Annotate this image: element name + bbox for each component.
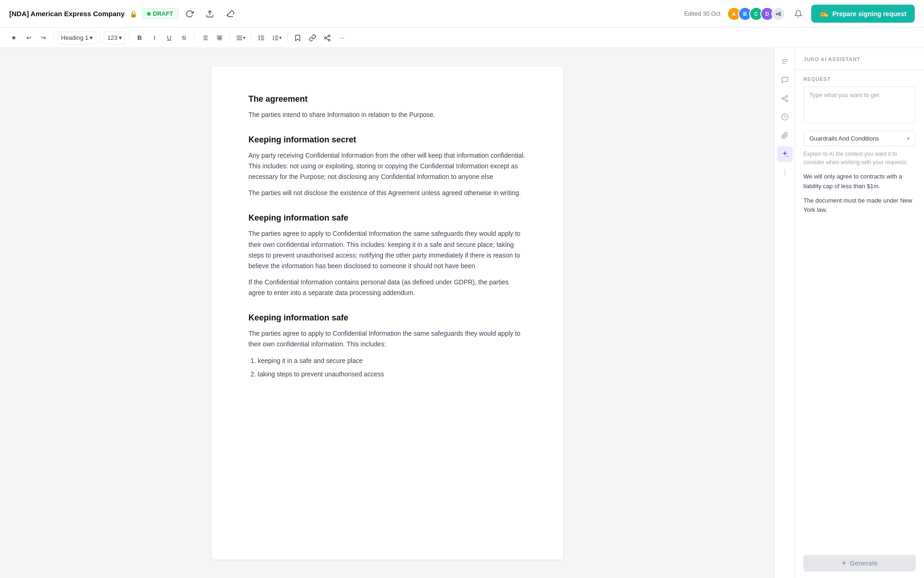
ai-panel-title: JURO AI ASSISTANT	[803, 56, 860, 62]
section-keeping-secret: Keeping information secret Any party rec…	[249, 135, 526, 198]
notifications-icon[interactable]	[792, 7, 805, 20]
fontsize-arrow: ▾	[119, 34, 122, 41]
section-keeping-safe-2: Keeping information safe The parties agr…	[249, 313, 526, 381]
generate-label: Generate	[850, 560, 878, 567]
section-keeping-safe-1: Keeping information safe The parties agr…	[249, 213, 526, 298]
svg-point-24	[324, 37, 326, 39]
numbered-list-button[interactable]: ▾	[270, 31, 283, 44]
heading-dropdown[interactable]: Heading 1 ▾	[58, 31, 96, 44]
svg-point-18	[259, 37, 259, 38]
fontsize-label: 123	[107, 34, 117, 41]
svg-line-35	[783, 97, 786, 98]
heading-dropdown-arrow: ▾	[90, 34, 93, 41]
section-paragraph: If the Confidential Information contains…	[249, 277, 526, 298]
svg-point-33	[786, 100, 788, 102]
toolbar-separator	[230, 33, 230, 43]
share-icon[interactable]	[777, 91, 793, 106]
ai-panel-header: JURO AI ASSISTANT	[795, 48, 924, 70]
generate-button[interactable]: ✦ Generate	[803, 555, 916, 572]
more-tools-icon[interactable]	[777, 165, 793, 180]
chevron-down-icon: ▾	[907, 135, 910, 142]
guardrails-dropdown[interactable]: Guardrails And Conditions ▾	[803, 131, 916, 146]
share-button[interactable]	[321, 31, 334, 44]
request-label: REQUEST	[803, 76, 916, 82]
section-the-agreement: The agreement The parties intend to shar…	[249, 94, 526, 120]
star-icon[interactable]: ★	[7, 31, 20, 44]
attachment-icon[interactable]	[777, 128, 793, 143]
guardrail-text-block: We will only agree to contracts with a l…	[803, 172, 916, 215]
prepare-icon: ✍	[820, 9, 829, 18]
bold-button[interactable]: B	[133, 31, 146, 44]
link-button[interactable]	[306, 31, 319, 44]
strikethrough-button[interactable]: S	[177, 31, 190, 44]
svg-point-17	[259, 36, 259, 36]
upload-icon[interactable]	[203, 7, 216, 20]
text-align-dropdown[interactable]: ▾	[234, 31, 247, 44]
section-paragraph: The parties agree to apply to Confidenti…	[249, 228, 526, 271]
svg-point-38	[784, 172, 785, 173]
draft-dot	[147, 12, 151, 16]
collaborator-avatars: A B C D +6	[727, 7, 785, 21]
section-list: keeping it in a safe and secure place ta…	[258, 355, 526, 380]
svg-point-39	[784, 174, 785, 175]
align-center-button[interactable]	[213, 31, 226, 44]
document-paper: The agreement The parties intend to shar…	[212, 67, 563, 560]
toolbar-separator	[287, 33, 288, 43]
avatar-overflow: +6	[771, 7, 785, 21]
more-options-button[interactable]: ···	[336, 31, 349, 44]
ai-assistant-icon[interactable]	[777, 146, 793, 162]
underline-button[interactable]: U	[163, 31, 176, 44]
context-hint: Explain to AI the context you want it to…	[803, 150, 916, 166]
svg-point-31	[786, 95, 788, 97]
eraser-icon[interactable]	[224, 7, 237, 20]
top-bar-right: Edited 30 Oct A B C D +6 ✍ Prepare signi…	[684, 5, 915, 23]
svg-point-23	[328, 35, 330, 37]
bookmark-button[interactable]	[291, 31, 304, 44]
section-heading: Keeping information safe	[249, 213, 526, 223]
redo-button[interactable]: ↪	[37, 31, 50, 44]
prepare-btn-label: Prepare signing request	[832, 10, 906, 18]
section-heading: Keeping information safe	[249, 313, 526, 323]
main-layout: The agreement The parties intend to shar…	[0, 48, 924, 578]
svg-line-27	[326, 36, 329, 37]
lock-icon: 🔒	[129, 10, 137, 18]
chat-icon[interactable]	[777, 72, 793, 88]
svg-point-19	[259, 39, 259, 40]
section-paragraph: The parties agree to apply to Confidenti…	[249, 328, 526, 350]
toolbar-separator	[129, 33, 129, 43]
edited-timestamp: Edited 30 Oct	[684, 10, 721, 17]
ai-panel-body: REQUEST Guardrails And Conditions ▾ Expl…	[795, 70, 924, 548]
bullet-list-button[interactable]	[255, 31, 268, 44]
formatting-toolbar: ★ ↩ ↪ Heading 1 ▾ 123 ▾ B I U S ▾ ▾ ···	[0, 28, 924, 48]
toolbar-separator	[251, 33, 251, 43]
list-item: keeping it in a safe and secure place	[258, 355, 526, 367]
svg-point-37	[784, 170, 785, 171]
svg-point-32	[782, 98, 784, 99]
fontsize-dropdown[interactable]: 123 ▾	[104, 31, 125, 44]
history-icon[interactable]	[777, 109, 793, 125]
toolbar-separator	[194, 33, 195, 43]
toolbar-separator	[54, 33, 54, 43]
undo-button[interactable]: ↩	[22, 31, 35, 44]
toolbar-separator	[100, 33, 100, 43]
list-item: taking steps to prevent unauthorised acc…	[258, 369, 526, 380]
prepare-signing-button[interactable]: ✍ Prepare signing request	[811, 5, 915, 23]
draft-label: DRAFT	[153, 10, 173, 17]
section-paragraph: The parties intend to share Information …	[249, 110, 526, 120]
generate-icon: ✦	[841, 560, 847, 567]
section-paragraph: Any party receiving Confidential Informa…	[249, 150, 526, 182]
top-bar-actions	[183, 7, 237, 20]
guardrails-dropdown-label: Guardrails And Conditions	[809, 135, 879, 142]
guardrail-text-1: We will only agree to contracts with a l…	[803, 172, 916, 191]
comments-icon[interactable]	[777, 54, 793, 69]
document-area[interactable]: The agreement The parties intend to shar…	[0, 48, 774, 578]
side-tools	[774, 48, 795, 578]
document-title: [NDA] American Express Company	[9, 10, 125, 18]
ai-request-input[interactable]	[803, 86, 916, 123]
list-indent-button[interactable]	[198, 31, 211, 44]
section-paragraph: The parties will not disclose the existe…	[249, 188, 526, 198]
italic-button[interactable]: I	[148, 31, 161, 44]
svg-line-34	[783, 99, 786, 100]
sync-icon[interactable]	[183, 7, 196, 20]
section-heading: Keeping information secret	[249, 135, 526, 145]
